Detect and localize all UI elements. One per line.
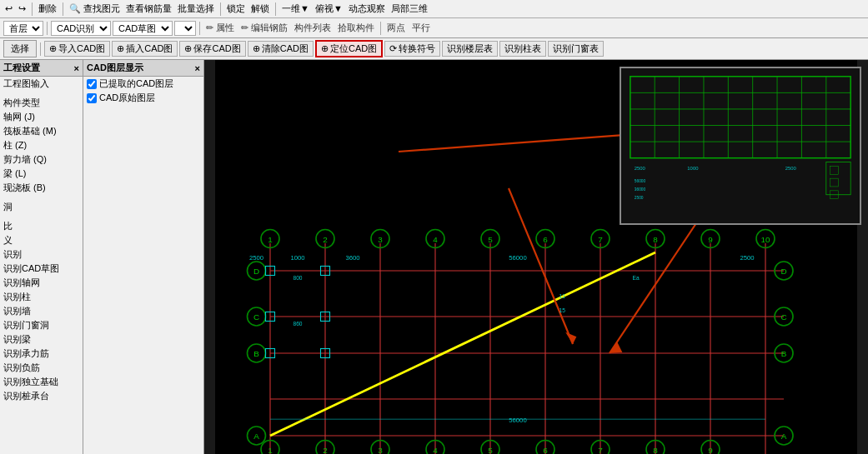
pick-component-btn[interactable]: 拾取构件 bbox=[335, 21, 377, 35]
left-panel-header: 工程设置 × bbox=[0, 60, 83, 77]
beam[interactable]: 梁 (L) bbox=[0, 167, 83, 181]
id-door-window-btn[interactable]: 识别门窗表 bbox=[548, 41, 604, 57]
svg-text:7: 7 bbox=[598, 235, 603, 244]
floor-select[interactable]: 首层 bbox=[3, 21, 43, 36]
view-rebar-btn[interactable]: 查看钢筋量 bbox=[124, 2, 173, 15]
justice[interactable]: 义 bbox=[0, 233, 83, 247]
attribute-btn[interactable]: ✏ 属性 bbox=[203, 21, 237, 35]
insert-cad-btn[interactable]: ⊕ 插入CAD图 bbox=[112, 41, 178, 57]
column[interactable]: 柱 (Z) bbox=[0, 138, 83, 152]
undo-btn[interactable]: ↩ bbox=[3, 3, 14, 14]
id-column-table-btn[interactable]: 识别柱表 bbox=[499, 41, 546, 57]
svg-text:2: 2 bbox=[323, 235, 328, 244]
layer-original-checkbox[interactable] bbox=[87, 93, 97, 103]
id-wall[interactable]: 识别墙 bbox=[0, 304, 83, 318]
sep7 bbox=[380, 22, 381, 35]
component-list-btn[interactable]: 构件列表 bbox=[292, 21, 334, 35]
svg-text:4: 4 bbox=[433, 446, 438, 454]
clear-cad-btn[interactable]: ⊕ 清除CAD图 bbox=[248, 41, 314, 57]
two-point-btn[interactable]: 两点 bbox=[384, 21, 408, 35]
cad-id-select[interactable]: CAD识别 bbox=[51, 21, 111, 36]
svg-text:4: 4 bbox=[433, 235, 438, 244]
svg-text:2500: 2500 bbox=[249, 254, 263, 262]
svg-text:A: A bbox=[253, 432, 259, 441]
locate-cad-btn[interactable]: ⊕ 定位CAD图 bbox=[315, 40, 383, 57]
cast-slab[interactable]: 现浇板 (B) bbox=[0, 181, 83, 195]
lock-btn[interactable]: 锁定 bbox=[225, 2, 247, 15]
summary-calc-btn[interactable]: 删除 bbox=[37, 2, 58, 15]
top-view-btn[interactable]: 俯视▼ bbox=[314, 2, 344, 15]
toolbar-row3: 选择 ⊕ 导入CAD图 ⊕ 插入CAD图 ⊕ 保存CAD图 ⊕ 清除CAD图 ⊕… bbox=[0, 38, 868, 60]
svg-text:9: 9 bbox=[708, 235, 713, 244]
edit-rebar-btn[interactable]: ✏ 编辑钢筋 bbox=[238, 21, 290, 35]
svg-text:9: 9 bbox=[708, 446, 713, 454]
1d-btn[interactable]: 一维▼ bbox=[280, 2, 311, 15]
id-bearing-rebar[interactable]: 识别承力筋 bbox=[0, 347, 83, 361]
id-floor-table-btn[interactable]: 识别楼层表 bbox=[442, 41, 498, 57]
unlock-btn[interactable]: 解锁 bbox=[249, 2, 271, 15]
svg-text:1: 1 bbox=[268, 235, 273, 244]
id-axis[interactable]: 识别轴网 bbox=[0, 276, 83, 290]
svg-text:8: 8 bbox=[653, 446, 658, 454]
sep4 bbox=[275, 2, 276, 16]
svg-text:D: D bbox=[253, 267, 259, 276]
svg-text:3: 3 bbox=[378, 235, 383, 244]
minimap: 2500 1000 2500 56000 36000 2500 bbox=[620, 67, 861, 225]
svg-text:3: 3 bbox=[378, 446, 383, 454]
svg-text:10: 10 bbox=[760, 235, 770, 244]
id-pile-cap[interactable]: 识别桩承台 bbox=[0, 389, 83, 403]
id-isolated-foundation[interactable]: 识别独立基础 bbox=[0, 375, 83, 389]
tree-item-input[interactable]: 工程图输入 bbox=[0, 77, 83, 91]
save-cad-btn[interactable]: ⊕ 保存CAD图 bbox=[179, 41, 245, 57]
opening[interactable]: 洞 bbox=[0, 200, 83, 214]
component-type[interactable]: 构件类型 bbox=[0, 96, 83, 110]
svg-text:6: 6 bbox=[543, 235, 548, 244]
sep5 bbox=[47, 22, 48, 35]
svg-text:B: B bbox=[781, 349, 787, 358]
canvas-area[interactable]: 1 2 3 4 5 6 7 8 9 10 1 2 3 bbox=[204, 60, 868, 454]
main-content: 工程设置 × 工程图输入 构件类型 轴网 (J) 筏板基础 (M) 柱 (Z) … bbox=[0, 60, 868, 454]
select-button[interactable]: 选择 bbox=[3, 40, 37, 57]
cad-layer-pin[interactable]: × bbox=[195, 63, 200, 73]
svg-text:B: B bbox=[253, 349, 259, 358]
id-neg-rebar[interactable]: 识别负筋 bbox=[0, 361, 83, 375]
layer-extracted[interactable]: 已提取的CAD图层 bbox=[83, 77, 203, 91]
ratio[interactable]: 比 bbox=[0, 219, 83, 233]
extra-select[interactable] bbox=[174, 21, 196, 36]
svg-text:860: 860 bbox=[294, 321, 303, 327]
svg-text:A: A bbox=[781, 432, 787, 441]
svg-text:D: D bbox=[780, 267, 786, 276]
raft-foundation[interactable]: 筏板基础 (M) bbox=[0, 124, 83, 138]
svg-text:56000: 56000 bbox=[635, 179, 646, 183]
id-beam[interactable]: 识别梁 bbox=[0, 332, 83, 347]
sep2 bbox=[63, 2, 63, 16]
identify[interactable]: 识别 bbox=[0, 247, 83, 262]
left-panel-pin[interactable]: × bbox=[74, 63, 79, 73]
shear-wall[interactable]: 剪力墙 (Q) bbox=[0, 152, 83, 167]
id-col[interactable]: 识别柱 bbox=[0, 290, 83, 304]
find-element-btn[interactable]: 🔍 查找图元 bbox=[68, 2, 122, 15]
axis-net[interactable]: 轴网 (J) bbox=[0, 110, 83, 124]
redo-btn[interactable]: ↪ bbox=[17, 3, 28, 14]
layer-original[interactable]: CAD原始图层 bbox=[83, 91, 203, 105]
local-3d-btn[interactable]: 局部三维 bbox=[389, 2, 429, 15]
convert-symbol-btn[interactable]: ⟳ 转换符号 bbox=[384, 41, 440, 57]
dynamic-view-btn[interactable]: 动态观察 bbox=[347, 2, 387, 15]
svg-text:5: 5 bbox=[488, 446, 493, 454]
svg-text:11: 11 bbox=[559, 293, 566, 299]
toolbar-row2: 首层 CAD识别 CAD草图 ✏ 属性 ✏ 编辑钢筋 构件列表 拾取构件 两点 … bbox=[0, 18, 868, 38]
batch-select-btn[interactable]: 批量选择 bbox=[176, 2, 216, 15]
sep1 bbox=[32, 2, 33, 16]
svg-text:1000: 1000 bbox=[687, 166, 699, 171]
parallel-btn[interactable]: 平行 bbox=[409, 21, 433, 35]
import-cad-btn[interactable]: ⊕ 导入CAD图 bbox=[44, 41, 110, 57]
cad-draft-select[interactable]: CAD草图 bbox=[113, 21, 173, 36]
svg-text:2500: 2500 bbox=[785, 166, 797, 171]
svg-text:3600: 3600 bbox=[345, 254, 359, 262]
svg-text:1000: 1000 bbox=[290, 254, 304, 262]
svg-text:C: C bbox=[780, 312, 786, 322]
svg-text:800: 800 bbox=[294, 275, 303, 281]
id-cad-draft[interactable]: 识别CAD草图 bbox=[0, 262, 83, 276]
id-door-window-opening[interactable]: 识别门窗洞 bbox=[0, 318, 83, 332]
layer-extracted-checkbox[interactable] bbox=[87, 79, 97, 89]
